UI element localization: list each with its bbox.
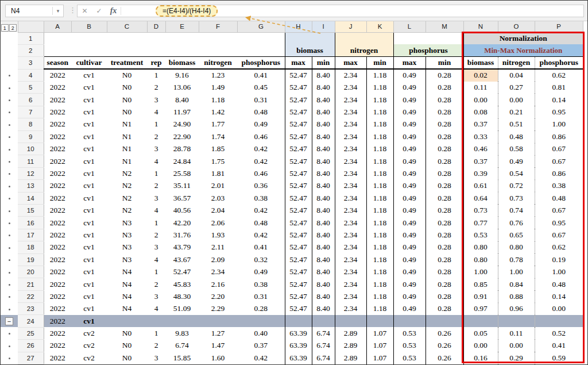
cell-D11[interactable]: 4 xyxy=(147,155,165,167)
cell-D14[interactable]: 3 xyxy=(147,192,165,204)
cell-I17[interactable]: 8.40 xyxy=(312,229,335,241)
cell-H11[interactable]: 52.47 xyxy=(285,155,312,167)
cell-H26[interactable]: 63.39 xyxy=(285,340,312,352)
cell-K15[interactable]: 1.18 xyxy=(366,204,393,216)
cell-L11[interactable]: 0.49 xyxy=(393,155,425,167)
cell-L27[interactable]: 0.53 xyxy=(393,352,425,364)
cell-A2[interactable] xyxy=(44,44,285,56)
cell-B12[interactable]: cv1 xyxy=(71,167,107,179)
cell-E21[interactable]: 45.83 xyxy=(165,278,199,290)
cell-H7[interactable]: 52.47 xyxy=(285,106,312,118)
cell-C18[interactable]: N3 xyxy=(107,241,147,253)
cell-A25[interactable]: 2022 xyxy=(44,327,71,339)
cell-A18[interactable]: 2022 xyxy=(44,241,71,253)
cell-M11[interactable]: 0.28 xyxy=(425,155,463,167)
cell-D26[interactable]: 2 xyxy=(147,340,165,352)
row-header-24[interactable]: 24 xyxy=(18,315,44,327)
cell-O13[interactable]: 0.72 xyxy=(498,180,535,192)
cell-P26[interactable]: 0.41 xyxy=(535,340,583,352)
cell-E10[interactable]: 28.78 xyxy=(165,143,199,155)
cell-J12[interactable]: 2.34 xyxy=(335,167,366,179)
cell-H17[interactable]: 52.47 xyxy=(285,229,312,241)
cell-O27[interactable]: 0.29 xyxy=(498,352,535,364)
cell-B5[interactable]: cv1 xyxy=(71,82,107,94)
cell-G12[interactable]: 0.46 xyxy=(237,167,285,179)
cell-P20[interactable]: 1.00 xyxy=(535,266,583,278)
cell-F18[interactable]: 2.11 xyxy=(199,241,237,253)
cell-H27[interactable]: 63.39 xyxy=(285,352,312,364)
cell-K19[interactable]: 1.18 xyxy=(366,253,393,266)
row-header-9[interactable]: 9 xyxy=(18,130,44,143)
cell-J17[interactable]: 2.34 xyxy=(335,229,366,241)
column-header-D[interactable]: D xyxy=(147,21,165,32)
column-header-H[interactable]: H xyxy=(285,21,312,32)
cell-K23[interactable]: 1.18 xyxy=(366,303,393,315)
cell-E6[interactable]: 8.40 xyxy=(165,94,199,106)
cell-F20[interactable]: 2.34 xyxy=(199,266,237,278)
cell-N13[interactable]: 0.61 xyxy=(463,180,498,192)
cell-G21[interactable]: 0.38 xyxy=(237,278,285,290)
cell-I7[interactable]: 8.40 xyxy=(312,106,335,118)
cell-B20[interactable]: cv1 xyxy=(71,266,107,278)
name-box[interactable]: N4 ▾ xyxy=(5,5,64,17)
cell-M12[interactable]: 0.28 xyxy=(425,167,463,179)
cell-J16[interactable]: 2.34 xyxy=(335,217,366,229)
cell-L14[interactable]: 0.49 xyxy=(393,192,425,204)
field-header-O[interactable]: nitrogen xyxy=(498,57,535,69)
cell-K24[interactable] xyxy=(366,315,393,327)
cell-P6[interactable]: 0.14 xyxy=(535,94,583,106)
cell-E15[interactable]: 40.56 xyxy=(165,204,199,216)
cell-O18[interactable]: 0.80 xyxy=(498,241,535,253)
cell-M20[interactable]: 0.28 xyxy=(425,266,463,278)
cell-J15[interactable]: 2.34 xyxy=(335,204,366,216)
cell-L13[interactable]: 0.49 xyxy=(393,180,425,192)
row-header-3[interactable]: 3 xyxy=(18,57,44,69)
cell-M26[interactable]: 0.26 xyxy=(425,340,463,352)
cell-H18[interactable]: 52.47 xyxy=(285,241,312,253)
cell-K12[interactable]: 1.18 xyxy=(366,167,393,179)
row-header-5[interactable]: 5 xyxy=(18,82,44,94)
column-header-A[interactable]: A xyxy=(44,21,71,32)
cell-K8[interactable]: 1.18 xyxy=(366,118,393,130)
cell-M7[interactable]: 0.28 xyxy=(425,106,463,118)
cell-P18[interactable]: 0.62 xyxy=(535,241,583,253)
cell-I8[interactable]: 8.40 xyxy=(312,118,335,130)
cell-L12[interactable]: 0.49 xyxy=(393,167,425,179)
cell-A13[interactable]: 2022 xyxy=(44,180,71,192)
select-all-corner[interactable] xyxy=(18,21,44,32)
cell-D13[interactable]: 2 xyxy=(147,180,165,192)
cell-N21[interactable]: 0.85 xyxy=(463,278,498,290)
cell-M24[interactable] xyxy=(425,315,463,327)
cell-M16[interactable]: 0.28 xyxy=(425,217,463,229)
cell-C10[interactable]: N1 xyxy=(107,143,147,155)
cell-B6[interactable]: cv1 xyxy=(71,94,107,106)
cell-N4[interactable]: 0.02 xyxy=(463,69,498,81)
cell-J9[interactable]: 2.34 xyxy=(335,130,366,143)
cell-N10[interactable]: 0.46 xyxy=(463,143,498,155)
cell-L5[interactable]: 0.49 xyxy=(393,82,425,94)
cell-E4[interactable]: 9.16 xyxy=(165,69,199,81)
field-header-D[interactable]: rep xyxy=(147,57,165,69)
cell-B11[interactable]: cv1 xyxy=(71,155,107,167)
cell-G24[interactable] xyxy=(237,315,285,327)
cell-L18[interactable]: 0.49 xyxy=(393,241,425,253)
cell-F7[interactable]: 1.42 xyxy=(199,106,237,118)
cell-J10[interactable]: 2.34 xyxy=(335,143,366,155)
cell-D4[interactable]: 1 xyxy=(147,69,165,81)
cell-B25[interactable]: cv2 xyxy=(71,327,107,339)
cell-A24[interactable]: 2022 xyxy=(44,315,71,327)
cell-J7[interactable]: 2.34 xyxy=(335,106,366,118)
cell-I25[interactable]: 6.74 xyxy=(312,327,335,339)
cell-K26[interactable]: 1.07 xyxy=(366,340,393,352)
cell-J24[interactable] xyxy=(335,315,366,327)
cell-I15[interactable]: 8.40 xyxy=(312,204,335,216)
cell-N23[interactable]: 0.97 xyxy=(463,303,498,315)
cell-C23[interactable]: N4 xyxy=(107,303,147,315)
cell-L20[interactable]: 0.49 xyxy=(393,266,425,278)
cell-M4[interactable]: 0.28 xyxy=(425,69,463,81)
cell-E12[interactable]: 25.58 xyxy=(165,167,199,179)
cell-M21[interactable]: 0.28 xyxy=(425,278,463,290)
cell-B22[interactable]: cv1 xyxy=(71,290,107,302)
name-box-dropdown-icon[interactable]: ▾ xyxy=(53,8,63,14)
cell-I9[interactable]: 8.40 xyxy=(312,130,335,143)
